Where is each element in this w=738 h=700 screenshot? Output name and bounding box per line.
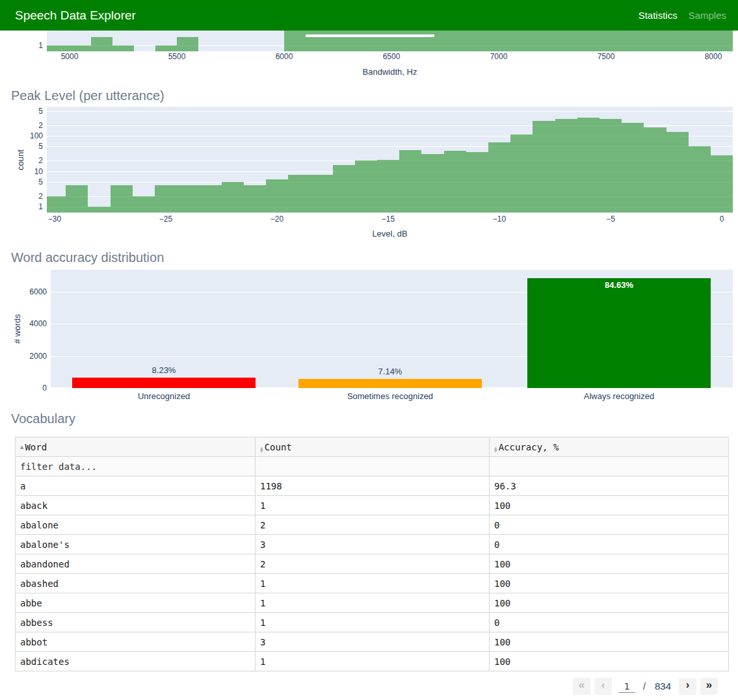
table-cell[interactable]: abandoned [16,554,256,574]
peak-level-title: Peak Level (per utterance) [11,88,165,103]
table-row: abandoned2100 [16,554,729,574]
table-cell[interactable]: 100 [490,652,729,671]
word-accuracy-chart-section: # words 02000400060008.23%Unrecognized7.… [0,270,738,403]
sort-ascending-icon[interactable]: ▲ [20,445,23,450]
grid-line [47,111,733,112]
y-tick-label: 2 [17,156,43,165]
histogram-bar [444,151,466,213]
histogram-bar [177,37,198,45]
filter-input-cell[interactable] [490,457,729,476]
x-tick-label: 6000 [261,52,307,61]
histogram-bar [310,175,333,213]
table-cell[interactable]: abdicates [16,652,256,671]
histogram-bar [222,182,244,213]
column-header-label: Accuracy, % [499,442,559,452]
table-cell[interactable]: 1 [256,613,490,632]
table-cell[interactable]: 100 [490,574,729,593]
y-tick-label: 5 [17,107,43,116]
table-cell[interactable]: 1 [256,652,490,671]
bandwidth-histogram-plot[interactable] [47,31,733,51]
x-tick-label: 5500 [154,52,200,61]
x-tick-label: 7500 [583,52,629,61]
nav-statistics[interactable]: Statistics [639,10,678,21]
table-cell[interactable]: abbess [16,613,256,632]
column-header-count[interactable]: ▲▼Count [256,437,490,457]
table-cell[interactable]: a [16,476,256,496]
peak-level-histogram-plot[interactable] [47,107,733,213]
vocabulary-table-wrap: ▲Word▲▼Count▲▼Accuracy, %filter data... … [15,437,728,671]
histogram-bar [689,146,711,213]
histogram-bar [533,121,555,213]
column-header-word[interactable]: ▲Word [16,437,256,457]
filter-input-cell[interactable] [256,457,490,476]
peak-level-x-axis-title: Level, dB [47,229,733,239]
vocabulary-table: ▲Word▲▼Count▲▼Accuracy, %filter data... … [15,437,729,671]
table-cell[interactable]: 0 [490,535,729,554]
table-row: abbe1100 [16,593,729,613]
histogram-bar [155,45,198,51]
page-separator: / [643,681,646,692]
y-tick-label: 6000 [14,287,47,297]
table-cell[interactable]: 100 [490,496,729,515]
table-cell[interactable]: 100 [490,593,729,613]
table-cell[interactable]: 3 [256,535,490,554]
table-cell[interactable]: abbe [16,593,256,613]
histogram-bar [133,196,155,213]
histogram-bar [555,119,577,213]
histogram-bar [333,165,355,213]
table-cell[interactable]: 1 [256,496,490,515]
next-page-button[interactable]: › [679,678,696,695]
prev-page-button[interactable]: ‹ [594,678,612,695]
filter-input-cell[interactable]: filter data... [16,457,256,476]
table-cell[interactable]: 96.3 [490,476,729,496]
table-cell[interactable]: 0 [490,515,729,535]
last-page-button[interactable]: » [700,678,718,695]
histogram-bar [155,185,177,213]
histogram-bar [466,152,488,213]
word-accuracy-title: Word accuracy distribution [11,250,164,265]
table-cell[interactable]: 1198 [256,476,490,496]
bar-unrecognized [72,378,256,388]
y-tick-label: 2 [17,121,43,130]
category-label: Always recognized [547,391,691,401]
histogram-bar [47,45,134,51]
table-cell[interactable]: 100 [490,554,729,574]
y-tick-label: 10 [17,167,43,176]
table-cell[interactable]: aback [16,496,256,515]
x-tick-label: 5000 [47,52,92,61]
table-row: abalone20 [16,515,729,535]
page-number-input[interactable]: 1 [618,680,635,693]
nav-samples[interactable]: Samples [689,10,726,21]
histogram-bar [488,142,510,213]
table-cell[interactable]: 1 [256,593,490,613]
column-header-accuracy[interactable]: ▲▼Accuracy, % [490,437,729,457]
x-tick-label: 8000 [691,52,736,61]
sort-updown-icon[interactable]: ▲▼ [260,446,263,452]
table-cell[interactable]: 2 [256,515,490,535]
histogram-bar [199,185,222,213]
table-row: aback1100 [16,496,729,515]
histogram-bar [600,119,622,213]
histogram-bar [711,155,733,213]
table-cell[interactable]: 1 [256,574,490,593]
x-tick-label: −20 [254,214,300,224]
histogram-bar [177,185,199,213]
table-cell[interactable]: 0 [490,613,729,632]
first-page-button[interactable]: « [573,678,590,695]
column-header-label: Word [25,442,47,452]
app-header: Speech Data Explorer Statistics Samples [0,0,738,31]
histogram-bar [91,37,112,45]
x-tick-label: 0 [699,214,738,224]
table-cell[interactable]: abashed [16,574,256,593]
table-row: a119896.3 [16,476,729,496]
table-cell[interactable]: 100 [490,632,729,652]
table-cell[interactable]: abbot [16,632,256,652]
sort-updown-icon[interactable]: ▲▼ [494,446,497,452]
table-cell[interactable]: 3 [256,632,490,652]
table-cell[interactable]: abalone's [16,535,256,554]
histogram-bar [666,132,689,213]
table-cell[interactable]: 2 [256,554,490,574]
table-cell[interactable]: abalone [16,515,256,535]
x-tick-label: 7000 [476,52,521,61]
histogram-bar [377,160,399,213]
